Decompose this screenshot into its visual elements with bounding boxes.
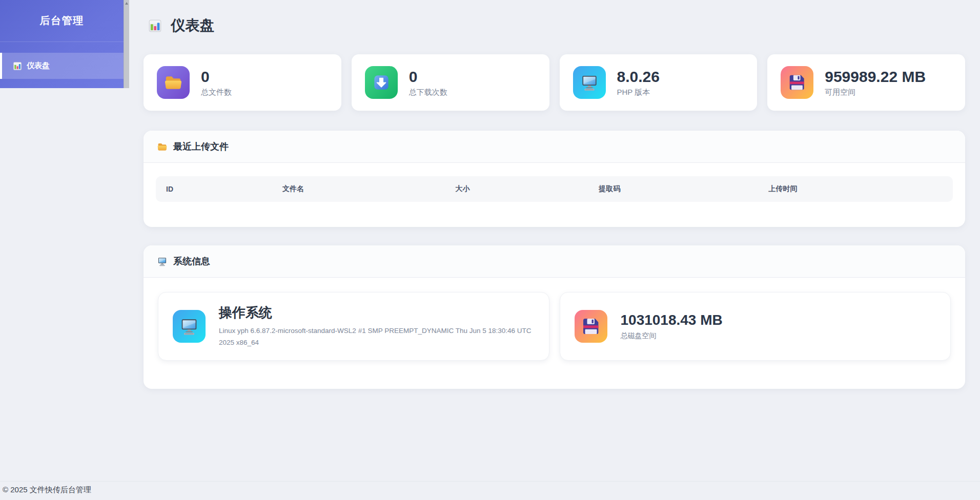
- stat-card-php-version: 8.0.26 PHP 版本: [560, 54, 758, 111]
- stat-value: 0: [201, 68, 232, 85]
- column-header-upload-time: 上传时间: [759, 184, 953, 194]
- folder-icon: [157, 66, 190, 99]
- recent-files-title: 最近上传文件: [173, 140, 229, 153]
- system-info-body: 操作系统 Linux yph 6.6.87.2-microsoft-standa…: [144, 278, 965, 389]
- sidebar-scrollbar[interactable]: [124, 0, 129, 88]
- system-info-card: 系统信息 操作系统 Linux yph 6.: [144, 245, 965, 389]
- monitor-icon: [573, 66, 606, 99]
- stat-label: 总文件数: [201, 88, 232, 97]
- bar-chart-icon: [148, 19, 162, 33]
- stat-label: 可用空间: [825, 88, 926, 97]
- sidebar-item-dashboard[interactable]: 仪表盘: [0, 53, 124, 79]
- disk-info-card: 1031018.43 MB 总磁盘空间: [560, 292, 951, 361]
- monitor-icon: [173, 310, 206, 343]
- bar-chart-icon: [13, 61, 22, 71]
- download-icon: [365, 66, 398, 99]
- os-description: Linux yph 6.6.87.2-microsoft-standard-WS…: [219, 325, 535, 349]
- system-info-header: 系统信息: [144, 245, 965, 278]
- sidebar-title: 后台管理: [0, 0, 124, 42]
- stat-label: PHP 版本: [617, 88, 660, 97]
- column-header-pickup-code: 提取码: [588, 184, 758, 194]
- recent-files-table: ID 文件名 大小 提取码 上传时间: [144, 163, 965, 227]
- stats-grid: 0 总文件数 0 总下载次数: [144, 54, 965, 111]
- floppy-disk-icon: [575, 310, 607, 343]
- stat-value: 8.0.26: [617, 68, 660, 85]
- table-header-row: ID 文件名 大小 提取码 上传时间: [156, 176, 953, 202]
- sidebar: 后台管理 仪表盘: [0, 0, 124, 88]
- column-header-filename: 文件名: [272, 184, 445, 194]
- os-info-card: 操作系统 Linux yph 6.6.87.2-microsoft-standa…: [158, 292, 549, 361]
- os-title: 操作系统: [219, 304, 535, 322]
- folder-icon: [157, 141, 168, 152]
- system-info-title: 系统信息: [173, 255, 210, 267]
- disk-total-value: 1031018.43 MB: [621, 312, 723, 328]
- page-title: 仪表盘: [171, 16, 215, 35]
- disk-total-label: 总磁盘空间: [621, 331, 723, 341]
- floppy-disk-icon: [781, 66, 813, 99]
- recent-files-card: 最近上传文件 ID 文件名 大小 提取码 上传时间: [144, 131, 965, 227]
- stat-value: 0: [409, 68, 447, 85]
- sidebar-item-label: 仪表盘: [27, 61, 50, 71]
- column-header-size: 大小: [445, 184, 588, 194]
- stat-card-total-downloads: 0 总下载次数: [352, 54, 549, 111]
- stat-card-free-space: 959989.22 MB 可用空间: [767, 54, 965, 111]
- column-header-id: ID: [156, 185, 272, 193]
- stat-value: 959989.22 MB: [825, 68, 926, 85]
- stat-card-total-files: 0 总文件数: [144, 54, 341, 111]
- sidebar-menu: 仪表盘: [0, 42, 124, 79]
- main-content: 仪表盘 0 总文件数 0: [129, 0, 980, 389]
- scroll-up-arrow-icon: [125, 2, 128, 5]
- stat-label: 总下载次数: [409, 88, 447, 97]
- monitor-icon: [157, 256, 168, 267]
- page-footer: © 2025 文件快传后台管理: [0, 481, 980, 500]
- recent-files-header: 最近上传文件: [144, 131, 965, 163]
- page-title-row: 仪表盘: [148, 16, 965, 35]
